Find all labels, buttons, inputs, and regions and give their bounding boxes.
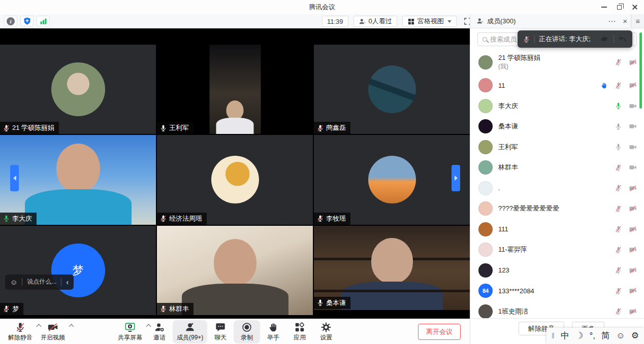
- camera-status-icon[interactable]: [629, 204, 637, 213]
- member-row[interactable]: 11: [470, 75, 644, 96]
- close-button[interactable]: [627, 1, 642, 13]
- security-button[interactable]: [20, 16, 34, 26]
- scrollbar-thumb[interactable]: [639, 32, 642, 109]
- camera-status-icon[interactable]: [629, 163, 637, 171]
- ime-emoji-icon[interactable]: ☺: [616, 331, 625, 340]
- next-page-button[interactable]: [452, 165, 460, 191]
- mic-status-icon[interactable]: [615, 102, 622, 110]
- toolbar-item-apps[interactable]: 应用: [286, 320, 313, 343]
- member-row[interactable]: .: [470, 178, 644, 199]
- quick-chat-bar[interactable]: ☺ 说点什么... ‹: [5, 274, 74, 290]
- member-row[interactable]: 21 学硕陈丽娟 (我): [470, 49, 644, 75]
- video-tile[interactable]: 王利军: [157, 45, 313, 134]
- camera-status-icon[interactable]: [629, 58, 637, 66]
- mic-status-icon[interactable]: [615, 225, 622, 233]
- mic-status-icon[interactable]: [615, 184, 622, 192]
- video-tile[interactable]: 21 学硕陈丽娟: [0, 45, 156, 134]
- participant-name: 林群丰: [169, 304, 189, 314]
- restore-button[interactable]: [611, 1, 627, 13]
- camera-status-icon[interactable]: [629, 225, 637, 233]
- panel-more-button[interactable]: ⋯: [604, 17, 619, 26]
- applause-icon[interactable]: [599, 34, 609, 44]
- participant-name: 梦: [12, 304, 19, 314]
- mic-status-icon[interactable]: [615, 82, 622, 89]
- toolbar-item-mic-muted-dark[interactable]: 解除静音: [4, 320, 37, 343]
- member-row[interactable]: 王利军: [470, 137, 644, 158]
- camera-status-icon[interactable]: [629, 81, 637, 89]
- camera-status-icon[interactable]: [629, 307, 637, 316]
- video-tile[interactable]: 经济法周瑶: [157, 135, 313, 224]
- mic-status-icon[interactable]: [615, 287, 622, 295]
- restore-icon: [617, 5, 622, 10]
- camera-status-icon[interactable]: [629, 184, 637, 192]
- ime-settings-icon[interactable]: ⚙: [631, 331, 639, 340]
- top-toolbar: i 11:39 0人看过 宫格视图 成员(300) ⋯ × ≡: [0, 14, 644, 28]
- toolbar-item-record[interactable]: 录制: [234, 320, 260, 343]
- toolbar-item-invite[interactable]: 邀请: [146, 320, 173, 343]
- video-tile[interactable]: 桑本谦: [314, 226, 470, 315]
- avatar: [211, 156, 259, 203]
- mic-status-icon[interactable]: [615, 246, 622, 254]
- emoji-icon[interactable]: ☺: [10, 278, 17, 286]
- mic-status-icon[interactable]: [615, 143, 622, 151]
- member-row[interactable]: 李大庆: [470, 96, 644, 117]
- chat-input-placeholder[interactable]: 说点什么...: [27, 278, 56, 286]
- camera-status-icon[interactable]: [629, 266, 637, 274]
- video-tile-speaking[interactable]: 李大庆: [0, 135, 156, 224]
- search-icon: [482, 37, 487, 42]
- ime-drag-handle[interactable]: ‖: [552, 332, 555, 339]
- toolbar-item-settings[interactable]: 设置: [313, 320, 339, 343]
- chevron-up-icon[interactable]: [69, 324, 74, 329]
- mic-status-icon[interactable]: [615, 58, 622, 66]
- camera-status-icon[interactable]: [629, 287, 637, 295]
- participant-name: 李大庆: [12, 214, 32, 223]
- shield-icon: [23, 17, 31, 25]
- mic-status-icon[interactable]: [615, 205, 622, 213]
- ime-language-mode[interactable]: 中: [561, 331, 569, 340]
- member-row[interactable]: ????爱爱爱爱爱爱爱: [470, 198, 644, 219]
- panel-menu-button[interactable]: ≡: [631, 14, 644, 28]
- member-row[interactable]: 林群丰: [470, 157, 644, 178]
- meeting-info-button[interactable]: i: [4, 16, 17, 26]
- member-row[interactable]: 11-霍羿萍: [470, 239, 644, 260]
- mic-status-icon[interactable]: [615, 266, 622, 274]
- video-tile[interactable]: 梦 ☺ 说点什么... ‹ 梦: [0, 226, 156, 315]
- member-row[interactable]: 84 133****2084: [470, 281, 644, 301]
- member-row[interactable]: 111: [470, 219, 644, 240]
- video-tile[interactable]: 蔄鑫磊: [314, 45, 470, 134]
- ime-fullwidth-icon[interactable]: ☽: [575, 331, 583, 340]
- minimize-button[interactable]: [596, 1, 611, 13]
- network-status-button[interactable]: [37, 16, 50, 26]
- member-name: .: [498, 184, 500, 192]
- member-self-tag: (我): [498, 62, 540, 71]
- mic-status-icon[interactable]: [615, 307, 622, 315]
- speaking-toast: 正在讲话: 李大庆;: [518, 30, 632, 48]
- toolbar-item-chat[interactable]: 聊天: [207, 320, 234, 343]
- member-row[interactable]: 1班史雨洁: [470, 301, 644, 319]
- toolbar-item-camera-muted-dark[interactable]: 开启视频: [37, 320, 69, 343]
- collapse-chat-icon[interactable]: ‹: [66, 278, 69, 286]
- camera-status-icon[interactable]: [629, 122, 637, 130]
- avatar: [478, 263, 493, 278]
- mic-status-icon[interactable]: [615, 123, 622, 130]
- video-tile[interactable]: 李牧瑶: [314, 135, 470, 224]
- toolbar-item-screen-share[interactable]: 共享屏幕: [114, 320, 146, 343]
- toolbar-item-members[interactable]: 成员(99+): [173, 320, 207, 343]
- camera-status-icon[interactable]: [629, 246, 637, 254]
- ime-simplified-mode[interactable]: 简: [601, 331, 610, 340]
- toolbar-item-raise-hand[interactable]: 举手: [260, 320, 286, 343]
- ime-punctuation-mode[interactable]: °,: [589, 331, 595, 340]
- member-row[interactable]: 123: [470, 260, 644, 281]
- reply-icon[interactable]: [618, 35, 627, 44]
- view-mode-button[interactable]: 宫格视图: [402, 16, 457, 27]
- camera-status-icon[interactable]: [629, 102, 637, 110]
- previous-page-button[interactable]: [10, 165, 19, 191]
- video-tile[interactable]: 林群丰: [157, 226, 313, 315]
- viewers-button[interactable]: 0人看过: [353, 16, 397, 27]
- member-row[interactable]: 桑本谦: [470, 116, 644, 137]
- leave-meeting-button[interactable]: 离开会议: [418, 324, 461, 340]
- camera-status-icon[interactable]: [629, 143, 637, 151]
- panel-close-button[interactable]: ×: [619, 17, 631, 25]
- mic-status-icon[interactable]: [615, 164, 622, 171]
- member-name: 133****2084: [498, 287, 534, 295]
